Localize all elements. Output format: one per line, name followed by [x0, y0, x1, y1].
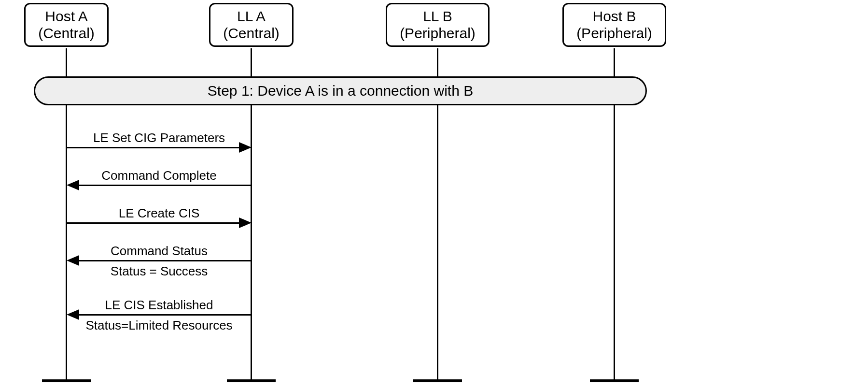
lifeline-foot-host-a [42, 379, 91, 382]
message-label: Command Status [67, 244, 252, 259]
lifeline-foot-ll-a [227, 379, 276, 382]
message-label: LE CIS Established [67, 298, 252, 313]
message-sublabel: Status = Success [67, 264, 252, 279]
arrow-head-left-icon [67, 180, 79, 190]
message-label: LE Set CIG Parameters [67, 130, 252, 145]
message-le-create-cis: LE Create CIS [67, 206, 252, 230]
arrow-line [67, 222, 239, 224]
lifeline-foot-ll-b [413, 379, 462, 382]
participant-ll-b-role: (Peripheral) [394, 25, 481, 42]
participant-host-b-role: (Peripheral) [571, 25, 658, 42]
message-sublabel: Status=Limited Resources [67, 318, 252, 333]
message-command-complete: Command Complete [67, 168, 252, 192]
participant-ll-b-name: LL B [394, 8, 481, 25]
participant-ll-a-role: (Central) [217, 25, 285, 42]
lifeline-foot-host-b [590, 379, 639, 382]
arrow-line [79, 185, 252, 186]
arrow-line [79, 260, 252, 261]
message-command-status: Command Status Status = Success [67, 244, 252, 281]
participant-ll-a: LL A (Central) [209, 3, 294, 47]
message-le-set-cig-parameters: LE Set CIG Parameters [67, 130, 252, 155]
participant-host-a: Host A (Central) [24, 3, 109, 47]
participant-host-a-name: Host A [32, 8, 100, 25]
participant-host-b-name: Host B [571, 8, 658, 25]
message-le-cis-established: LE CIS Established Status=Limited Resour… [67, 298, 252, 335]
arrow-head-right-icon [239, 142, 252, 153]
arrow-line [79, 314, 252, 316]
participant-host-a-role: (Central) [32, 25, 100, 42]
participant-host-b: Host B (Peripheral) [562, 3, 666, 47]
arrow-line [67, 147, 239, 148]
message-label: Command Complete [67, 168, 252, 183]
participant-ll-b: LL B (Peripheral) [386, 3, 490, 47]
arrow-head-right-icon [239, 217, 252, 228]
participant-ll-a-name: LL A [217, 8, 285, 25]
step-banner: Step 1: Device A is in a connection with… [34, 76, 647, 105]
message-label: LE Create CIS [67, 206, 252, 221]
step-label: Step 1: Device A is in a connection with… [208, 83, 473, 99]
sequence-diagram: Host A (Central) LL A (Central) LL B (Pe… [0, 0, 868, 390]
